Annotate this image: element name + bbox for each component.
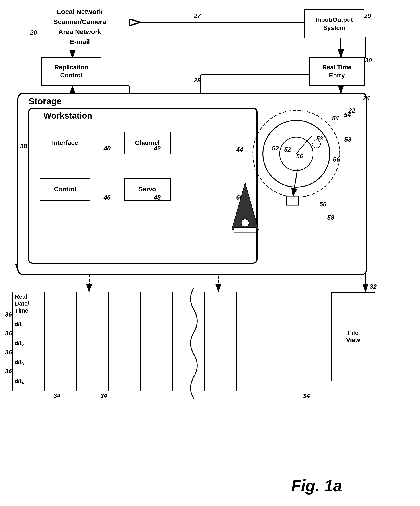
ref-27: 27 bbox=[194, 12, 201, 19]
control-box: Control bbox=[40, 178, 91, 201]
ref-53: 53 bbox=[344, 136, 351, 143]
svg-rect-49 bbox=[234, 227, 256, 233]
ref-58: 58 bbox=[327, 214, 334, 221]
svg-point-48 bbox=[241, 219, 249, 227]
table-cell-dt4: d/t4 bbox=[13, 372, 45, 391]
table-header-col8 bbox=[236, 292, 269, 315]
table-header-col7 bbox=[204, 292, 236, 315]
ref-38: 38 bbox=[20, 143, 27, 150]
ref-36b: 36 bbox=[5, 330, 12, 337]
fileview-box: File View bbox=[331, 292, 375, 381]
ref-50: 50 bbox=[320, 201, 326, 208]
ref-24: 24 bbox=[363, 95, 370, 102]
main-table: RealDate/Time d/t1 bbox=[12, 292, 269, 391]
ref-36c: 36 bbox=[5, 349, 12, 356]
channel-box: Channel bbox=[124, 132, 171, 154]
storage-label: Storage bbox=[28, 96, 62, 106]
interface-box: Interface bbox=[40, 132, 91, 154]
table-header-datetime: RealDate/Time bbox=[13, 292, 45, 315]
ref-34b: 34 bbox=[100, 392, 107, 399]
table-header-col5 bbox=[140, 292, 172, 315]
data-table-area: RealDate/Time d/t1 bbox=[12, 292, 269, 391]
ref-46: 46 bbox=[104, 194, 111, 201]
servo-box: Servo bbox=[124, 178, 171, 201]
wavy-separator bbox=[183, 287, 205, 399]
table-header-col3 bbox=[76, 292, 109, 315]
replication-control-box: Replication Control bbox=[41, 57, 101, 86]
ref-56: 56 bbox=[333, 156, 340, 163]
table-cell-dt2: d/t2 bbox=[13, 334, 45, 353]
io-system-box: Input/Output System bbox=[304, 9, 364, 38]
svg-text:56: 56 bbox=[296, 153, 303, 160]
table-row-4: d/t4 bbox=[13, 372, 268, 391]
ref-44: 44 bbox=[236, 146, 243, 153]
ref-29: 29 bbox=[364, 12, 371, 19]
actuator-arm bbox=[232, 183, 288, 234]
svg-text:54: 54 bbox=[332, 115, 339, 122]
ref-48: 48 bbox=[154, 194, 161, 201]
ref-34c: 34 bbox=[303, 392, 310, 399]
ref-40: 40 bbox=[104, 145, 111, 152]
table-header-col4 bbox=[109, 292, 141, 315]
ref-20: 20 bbox=[30, 29, 37, 36]
ref-36d: 36 bbox=[5, 368, 12, 375]
table-cell-dt1: d/t1 bbox=[13, 315, 45, 334]
figure-label: Fig. 1a bbox=[291, 477, 342, 495]
svg-text:53: 53 bbox=[316, 135, 323, 142]
table-row-2: d/t2 bbox=[13, 334, 268, 353]
diagram: Local Network Scanner/Camera Area Networ… bbox=[0, 0, 420, 506]
ref-42: 42 bbox=[154, 145, 161, 152]
ref-30: 30 bbox=[365, 57, 372, 64]
network-label: Local Network Scanner/Camera Area Networ… bbox=[53, 7, 106, 47]
table-cell-dt3: d/t3 bbox=[13, 353, 45, 372]
svg-rect-40 bbox=[286, 196, 299, 205]
table-row-3: d/t3 bbox=[13, 353, 268, 372]
table-header-col2 bbox=[45, 292, 77, 315]
ref-28: 28 bbox=[194, 77, 201, 84]
realtime-entry-box: Real Time Entry bbox=[309, 57, 365, 86]
table-row-1: d/t1 bbox=[13, 315, 268, 334]
ref-36a: 36 bbox=[5, 311, 12, 318]
svg-text:52: 52 bbox=[284, 146, 291, 153]
ref-54: 54 bbox=[344, 112, 351, 119]
ref-34a: 34 bbox=[53, 392, 60, 399]
workstation-label: Workstation bbox=[43, 111, 92, 120]
ref-52: 52 bbox=[272, 145, 279, 152]
ref-32: 32 bbox=[370, 283, 377, 290]
